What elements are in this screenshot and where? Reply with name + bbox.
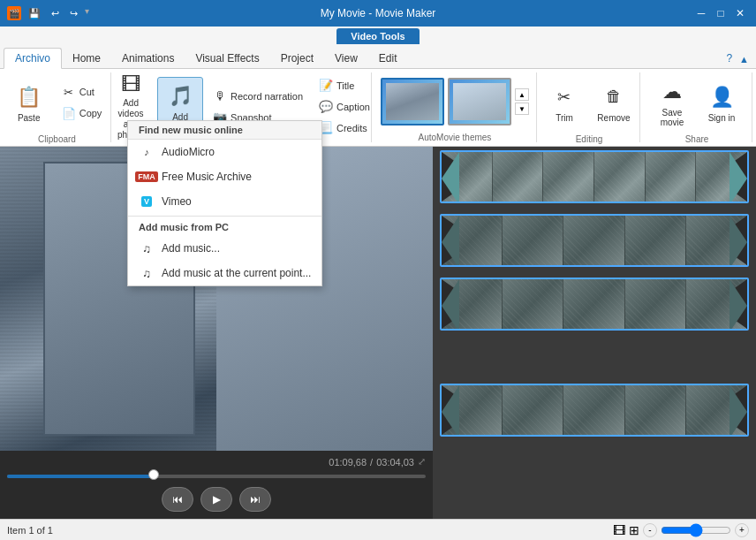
trim-button[interactable]: ✂ Trim	[541, 72, 587, 133]
themes-content: ▲ ▼	[381, 72, 529, 131]
film-frame-4c	[563, 385, 624, 435]
zoom-in-button[interactable]: +	[735, 523, 749, 537]
zoom-slider[interactable]	[661, 523, 731, 537]
tab-visual-effects[interactable]: Visual Effects	[185, 49, 269, 68]
theme-up-button[interactable]: ▲	[515, 88, 529, 101]
strip-arrow-left-1	[442, 152, 459, 202]
trim-icon: ✂	[550, 83, 578, 111]
audiomicro-item[interactable]: ♪ AudioMicro	[128, 140, 321, 164]
record-narration-button[interactable]: 🎙 Record narration	[207, 87, 309, 106]
clipboard-label: Clipboard	[38, 134, 76, 144]
film-strip-2	[442, 216, 747, 265]
tab-animations[interactable]: Animations	[111, 49, 185, 68]
window-title: My Movie - Movie Maker	[321, 7, 436, 19]
share-label: Share	[685, 134, 709, 144]
fma-item[interactable]: FMA Free Music Archive	[128, 164, 321, 189]
zoom-out-button[interactable]: -	[643, 523, 657, 537]
sign-in-button[interactable]: 👤 Sign in	[699, 72, 745, 133]
forward-icon: ⏭	[250, 493, 261, 506]
video-tools-tab[interactable]: Video Tools	[336, 28, 419, 44]
add-music-item[interactable]: ♫ Add music...	[128, 236, 321, 261]
strip-inner-4	[442, 385, 747, 435]
timeline[interactable]	[433, 147, 756, 519]
undo-qa-button[interactable]: ↩	[48, 6, 63, 21]
sign-in-icon: 👤	[707, 83, 736, 111]
progress-track	[7, 475, 426, 478]
find-music-header: Find new music online	[128, 121, 321, 140]
add-music-current-label: Add music at the current point...	[162, 267, 311, 279]
progress-fill	[7, 475, 154, 478]
maximize-button[interactable]: □	[712, 4, 730, 22]
music-note2-icon: ♫	[139, 265, 155, 281]
collapse-ribbon-icon[interactable]: ▲	[736, 50, 752, 68]
strip-inner-3	[442, 279, 747, 329]
music-note-icon: ♫	[139, 240, 155, 256]
strip-arrow-left-3	[442, 279, 459, 329]
video-time: 01:09,68 / 03:04,03 ⤢	[7, 454, 426, 469]
theme-thumb-1	[386, 83, 439, 120]
forward-button[interactable]: ⏭	[239, 487, 271, 512]
cut-button[interactable]: ✂ Cut	[56, 82, 109, 102]
timeline-strip-1[interactable]	[440, 150, 749, 203]
play-button[interactable]: ▶	[200, 487, 232, 512]
tab-view[interactable]: View	[324, 49, 368, 68]
remove-button[interactable]: 🗑 Remove	[591, 72, 637, 133]
automovie-label: AutoMovie themes	[381, 133, 529, 142]
tab-archivo[interactable]: Archivo	[4, 48, 62, 69]
editing-label: Editing	[576, 134, 603, 144]
film-frame-1e	[646, 152, 697, 202]
theme-down-button[interactable]: ▼	[515, 103, 529, 115]
clipboard-group: 📋 Paste ✂ Cut 📄 Copy Clipboard	[4, 72, 111, 142]
tab-home[interactable]: Home	[62, 49, 111, 68]
clipboard-small-btns: ✂ Cut 📄 Copy	[56, 82, 109, 123]
progress-thumb[interactable]	[148, 469, 159, 480]
save-qa-button[interactable]: 💾	[25, 6, 44, 21]
timeline-strip-4[interactable]	[440, 384, 749, 437]
status-bar: Item 1 of 1 🎞 ⊞ - +	[0, 519, 756, 540]
help-icon[interactable]: ?	[722, 49, 736, 68]
theme-item-2[interactable]	[448, 78, 511, 125]
close-button[interactable]: ✕	[731, 4, 749, 22]
film-frame-3b	[503, 279, 563, 329]
add-from-pc-header: Add music from PC	[128, 218, 321, 236]
ribbon: 📋 Paste ✂ Cut 📄 Copy Clipboard	[0, 69, 756, 147]
cut-icon: ✂	[62, 85, 76, 99]
film-frame-1b	[493, 152, 544, 202]
film-frame-2b	[503, 216, 563, 265]
redo-qa-button[interactable]: ↪	[66, 6, 81, 21]
paste-button[interactable]: 📋 Paste	[6, 72, 52, 133]
microphone-icon: 🎙	[213, 89, 227, 103]
film-frame-1c	[543, 152, 594, 202]
tab-edit[interactable]: Edit	[368, 49, 408, 68]
strip-arrow-left-2	[442, 216, 459, 265]
ribbon-tabs: Archivo Home Animations Visual Effects P…	[0, 46, 756, 69]
timeline-strip-3[interactable]	[440, 278, 749, 331]
timeline-strip-2[interactable]	[440, 214, 749, 267]
add-videos-icon: 🎞	[117, 73, 145, 96]
title-button[interactable]: 📝 Title	[313, 76, 376, 95]
vimeo-item[interactable]: V Vimeo	[128, 189, 321, 214]
quick-access-toolbar: 💾 ↩ ↪ ▾	[25, 6, 89, 21]
tab-project[interactable]: Project	[270, 49, 324, 68]
add-music-dropdown: Find new music online ♪ AudioMicro FMA F…	[127, 120, 322, 286]
film-frame-4b	[503, 385, 563, 435]
theme-item-1[interactable]	[381, 78, 444, 125]
caption-button[interactable]: 💬 Caption	[313, 97, 376, 117]
film-frame-2d	[625, 216, 686, 265]
add-music-icon: 🎵	[166, 82, 194, 110]
time-expand-icon[interactable]: ⤢	[418, 456, 426, 468]
dropdown-divider	[128, 216, 321, 217]
editing-buttons: ✂ Trim 🗑 Remove	[541, 72, 637, 133]
minimize-button[interactable]: ─	[692, 4, 710, 22]
status-right: 🎞 ⊞ - +	[613, 523, 749, 537]
strip-inner-2	[442, 216, 747, 265]
add-music-current-item[interactable]: ♫ Add music at the current point...	[128, 261, 321, 285]
share-content: ☁ Save movie 👤 Sign in	[649, 72, 745, 133]
save-movie-button[interactable]: ☁ Save movie	[649, 72, 695, 133]
video-progress[interactable]	[7, 473, 426, 480]
rewind-button[interactable]: ⏮	[162, 487, 193, 512]
copy-button[interactable]: 📄 Copy	[56, 103, 109, 123]
qa-separator: ▾	[85, 6, 89, 21]
strip-arrow-right-3	[730, 279, 747, 329]
strip-arrow-right-2	[730, 216, 747, 265]
